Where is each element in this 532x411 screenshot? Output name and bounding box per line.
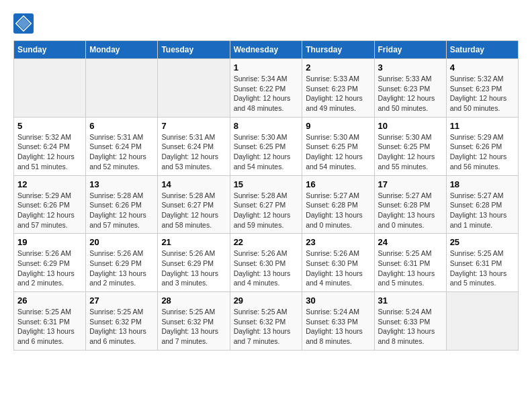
calendar-cell: 2Sunrise: 5:33 AM Sunset: 6:23 PM Daylig… xyxy=(302,59,374,118)
calendar-cell: 21Sunrise: 5:26 AM Sunset: 6:29 PM Dayli… xyxy=(158,234,230,292)
day-number: 15 xyxy=(234,179,299,189)
calendar-cell: 1Sunrise: 5:34 AM Sunset: 6:22 PM Daylig… xyxy=(230,59,302,118)
day-info: Sunrise: 5:26 AM Sunset: 6:29 PM Dayligh… xyxy=(89,248,154,288)
weekday-header: Monday xyxy=(86,41,158,59)
calendar-cell: 7Sunrise: 5:31 AM Sunset: 6:24 PM Daylig… xyxy=(158,117,230,175)
day-number: 12 xyxy=(17,179,82,189)
day-info: Sunrise: 5:27 AM Sunset: 6:28 PM Dayligh… xyxy=(378,191,443,230)
weekday-header: Wednesday xyxy=(230,41,302,59)
calendar-cell: 31Sunrise: 5:24 AM Sunset: 6:33 PM Dayli… xyxy=(374,292,446,351)
calendar-cell: 12Sunrise: 5:29 AM Sunset: 6:26 PM Dayli… xyxy=(14,175,86,234)
weekday-header: Sunday xyxy=(14,41,86,59)
day-info: Sunrise: 5:25 AM Sunset: 6:31 PM Dayligh… xyxy=(450,248,515,288)
day-info: Sunrise: 5:26 AM Sunset: 6:29 PM Dayligh… xyxy=(17,248,82,288)
day-info: Sunrise: 5:29 AM Sunset: 6:26 PM Dayligh… xyxy=(450,132,515,172)
calendar-cell: 27Sunrise: 5:25 AM Sunset: 6:32 PM Dayli… xyxy=(86,292,158,351)
calendar-cell xyxy=(86,59,158,118)
day-number: 16 xyxy=(306,179,370,189)
day-number: 5 xyxy=(17,121,82,131)
day-number: 18 xyxy=(450,179,515,189)
day-number: 28 xyxy=(161,295,226,306)
calendar-cell: 15Sunrise: 5:28 AM Sunset: 6:27 PM Dayli… xyxy=(230,175,302,234)
day-number: 9 xyxy=(306,121,370,131)
day-number: 2 xyxy=(306,62,370,73)
weekday-header: Tuesday xyxy=(158,41,230,59)
day-info: Sunrise: 5:24 AM Sunset: 6:33 PM Dayligh… xyxy=(306,307,370,347)
day-info: Sunrise: 5:25 AM Sunset: 6:31 PM Dayligh… xyxy=(17,307,82,347)
day-number: 1 xyxy=(234,62,299,73)
calendar-cell: 18Sunrise: 5:27 AM Sunset: 6:28 PM Dayli… xyxy=(446,175,518,234)
day-number: 26 xyxy=(17,295,82,306)
calendar-week-row: 12Sunrise: 5:29 AM Sunset: 6:26 PM Dayli… xyxy=(14,175,519,234)
day-info: Sunrise: 5:30 AM Sunset: 6:25 PM Dayligh… xyxy=(234,132,299,172)
calendar-cell: 8Sunrise: 5:30 AM Sunset: 6:25 PM Daylig… xyxy=(230,117,302,175)
day-number: 25 xyxy=(450,237,515,247)
day-number: 19 xyxy=(17,237,82,247)
calendar-cell: 24Sunrise: 5:25 AM Sunset: 6:31 PM Dayli… xyxy=(374,234,446,292)
day-number: 10 xyxy=(378,121,443,131)
calendar-cell: 6Sunrise: 5:31 AM Sunset: 6:24 PM Daylig… xyxy=(86,117,158,175)
calendar-cell: 16Sunrise: 5:27 AM Sunset: 6:28 PM Dayli… xyxy=(302,175,374,234)
day-number: 29 xyxy=(234,295,299,306)
day-number: 30 xyxy=(306,295,370,306)
day-info: Sunrise: 5:32 AM Sunset: 6:24 PM Dayligh… xyxy=(17,132,82,172)
day-number: 22 xyxy=(234,237,299,247)
calendar-cell: 10Sunrise: 5:30 AM Sunset: 6:25 PM Dayli… xyxy=(374,117,446,175)
day-info: Sunrise: 5:29 AM Sunset: 6:26 PM Dayligh… xyxy=(17,191,82,230)
calendar-cell: 29Sunrise: 5:25 AM Sunset: 6:32 PM Dayli… xyxy=(230,292,302,351)
day-info: Sunrise: 5:28 AM Sunset: 6:26 PM Dayligh… xyxy=(89,191,154,230)
calendar-cell: 30Sunrise: 5:24 AM Sunset: 6:33 PM Dayli… xyxy=(302,292,374,351)
day-info: Sunrise: 5:33 AM Sunset: 6:23 PM Dayligh… xyxy=(378,74,443,113)
weekday-header: Saturday xyxy=(446,41,518,59)
calendar-week-row: 26Sunrise: 5:25 AM Sunset: 6:31 PM Dayli… xyxy=(14,292,519,351)
day-info: Sunrise: 5:25 AM Sunset: 6:31 PM Dayligh… xyxy=(378,248,443,288)
calendar-cell: 22Sunrise: 5:26 AM Sunset: 6:30 PM Dayli… xyxy=(230,234,302,292)
calendar-cell: 4Sunrise: 5:32 AM Sunset: 6:23 PM Daylig… xyxy=(446,59,518,118)
day-info: Sunrise: 5:34 AM Sunset: 6:22 PM Dayligh… xyxy=(234,74,299,113)
day-info: Sunrise: 5:25 AM Sunset: 6:32 PM Dayligh… xyxy=(89,307,154,347)
calendar-week-row: 1Sunrise: 5:34 AM Sunset: 6:22 PM Daylig… xyxy=(14,59,519,118)
calendar-cell: 23Sunrise: 5:26 AM Sunset: 6:30 PM Dayli… xyxy=(302,234,374,292)
day-number: 14 xyxy=(161,179,226,189)
weekday-header: Thursday xyxy=(302,41,374,59)
calendar-cell: 28Sunrise: 5:25 AM Sunset: 6:32 PM Dayli… xyxy=(158,292,230,351)
day-number: 7 xyxy=(161,121,226,131)
day-number: 24 xyxy=(378,237,443,247)
page-header xyxy=(13,13,519,34)
calendar-cell: 13Sunrise: 5:28 AM Sunset: 6:26 PM Dayli… xyxy=(86,175,158,234)
day-number: 4 xyxy=(450,62,515,73)
calendar-cell: 26Sunrise: 5:25 AM Sunset: 6:31 PM Dayli… xyxy=(14,292,86,351)
calendar-cell xyxy=(446,292,518,351)
day-info: Sunrise: 5:26 AM Sunset: 6:30 PM Dayligh… xyxy=(234,248,299,288)
day-number: 17 xyxy=(378,179,443,189)
day-info: Sunrise: 5:26 AM Sunset: 6:30 PM Dayligh… xyxy=(306,248,370,288)
day-info: Sunrise: 5:32 AM Sunset: 6:23 PM Dayligh… xyxy=(450,74,515,113)
day-info: Sunrise: 5:25 AM Sunset: 6:32 PM Dayligh… xyxy=(234,307,299,347)
day-number: 6 xyxy=(89,121,154,131)
day-info: Sunrise: 5:31 AM Sunset: 6:24 PM Dayligh… xyxy=(161,132,226,172)
calendar-table: SundayMondayTuesdayWednesdayThursdayFrid… xyxy=(13,40,519,351)
calendar-cell: 25Sunrise: 5:25 AM Sunset: 6:31 PM Dayli… xyxy=(446,234,518,292)
calendar-cell: 14Sunrise: 5:28 AM Sunset: 6:27 PM Dayli… xyxy=(158,175,230,234)
day-info: Sunrise: 5:24 AM Sunset: 6:33 PM Dayligh… xyxy=(378,307,443,347)
logo xyxy=(13,13,38,34)
calendar-cell: 11Sunrise: 5:29 AM Sunset: 6:26 PM Dayli… xyxy=(446,117,518,175)
calendar-cell xyxy=(14,59,86,118)
calendar-week-row: 19Sunrise: 5:26 AM Sunset: 6:29 PM Dayli… xyxy=(14,234,519,292)
calendar-cell: 20Sunrise: 5:26 AM Sunset: 6:29 PM Dayli… xyxy=(86,234,158,292)
day-number: 23 xyxy=(306,237,370,247)
day-info: Sunrise: 5:33 AM Sunset: 6:23 PM Dayligh… xyxy=(306,74,370,113)
day-info: Sunrise: 5:26 AM Sunset: 6:29 PM Dayligh… xyxy=(161,248,226,288)
day-info: Sunrise: 5:28 AM Sunset: 6:27 PM Dayligh… xyxy=(234,191,299,230)
calendar-cell: 17Sunrise: 5:27 AM Sunset: 6:28 PM Dayli… xyxy=(374,175,446,234)
day-info: Sunrise: 5:31 AM Sunset: 6:24 PM Dayligh… xyxy=(89,132,154,172)
day-info: Sunrise: 5:27 AM Sunset: 6:28 PM Dayligh… xyxy=(306,191,370,230)
day-number: 27 xyxy=(89,295,154,306)
day-info: Sunrise: 5:28 AM Sunset: 6:27 PM Dayligh… xyxy=(161,191,226,230)
calendar-cell xyxy=(158,59,230,118)
day-info: Sunrise: 5:30 AM Sunset: 6:25 PM Dayligh… xyxy=(306,132,370,172)
calendar-week-row: 5Sunrise: 5:32 AM Sunset: 6:24 PM Daylig… xyxy=(14,117,519,175)
day-number: 3 xyxy=(378,62,443,73)
calendar-cell: 5Sunrise: 5:32 AM Sunset: 6:24 PM Daylig… xyxy=(14,117,86,175)
day-number: 21 xyxy=(161,237,226,247)
